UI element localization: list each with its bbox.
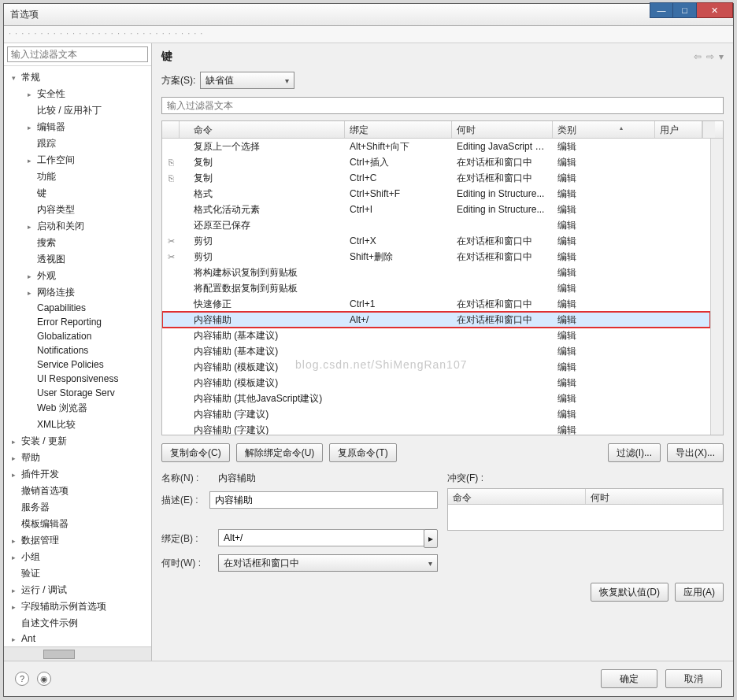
forward-icon[interactable]: ⇨ [706,51,714,62]
col-category[interactable]: 类别 [553,121,655,138]
tree-item[interactable]: 验证 [4,565,151,582]
tree-item[interactable]: ▸运行 / 调试 [4,582,151,598]
row-icon [162,224,180,226]
tree-item[interactable]: 搜索 [4,235,151,251]
tree-item[interactable]: ▸小组 [4,549,151,565]
table-row[interactable]: 快速修正Ctrl+1在对话框和窗口中编辑 [162,296,710,312]
tree-item[interactable]: Globalization [4,329,151,343]
close-button[interactable]: ✕ [697,2,733,18]
table-row[interactable]: 内容辅助 (字建议)编辑 [162,406,710,422]
table-filter-input[interactable] [161,97,724,114]
table-row[interactable]: 复原上一个选择Alt+Shift+向下Editing JavaScript S.… [162,139,710,154]
restore-defaults-button[interactable]: 恢复默认值(D) [591,583,668,602]
col-when[interactable]: 何时 [452,121,553,138]
tree-item[interactable]: ▸编辑器 [4,119,151,135]
tree-item[interactable]: ▸外观 [4,268,151,284]
tree-item[interactable]: 内容类型 [4,202,151,218]
tree-item[interactable]: ▾常规 [4,69,151,86]
tree-item[interactable]: 撤销首选项 [4,483,151,499]
tree-item[interactable]: UI Responsiveness [4,372,151,386]
tree-item[interactable]: Web 浏览器 [4,400,151,417]
category-tree[interactable]: ▾常规▸安全性比较 / 应用补丁▸编辑器跟踪▸工作空间功能键内容类型▸启动和关闭… [4,66,151,646]
minimize-button[interactable]: — [650,2,673,18]
restore-command-button[interactable]: 复原命令(T) [329,443,396,462]
table-row[interactable]: 将配置数据复制到剪贴板编辑 [162,280,710,296]
table-row[interactable]: 格式Ctrl+Shift+FEditing in Structure...编辑 [162,186,710,202]
record-icon[interactable]: ◉ [37,672,51,686]
col-binding[interactable]: 绑定 [345,121,452,138]
tree-item[interactable]: Error Reporting [4,315,151,329]
tree-item[interactable]: XML比较 [4,417,151,433]
menu-icon[interactable]: ▾ [719,51,724,62]
table-row[interactable]: 内容辅助 (字建议)编辑 [162,422,710,435]
conflict-col-when[interactable]: 何时 [586,489,724,504]
tree-item[interactable]: Service Policies [4,357,151,372]
menubar-blur: · · · · · · · · · · · · · · · · · · · · … [4,26,733,43]
col-command[interactable]: 命令 [180,121,345,138]
scheme-combo[interactable]: 缺省值 [200,72,294,89]
sidebar-filter-input[interactable] [7,46,148,62]
sidebar-hscroll[interactable] [4,646,151,661]
apply-button[interactable]: 应用(A) [675,583,724,602]
binding-dropdown-icon[interactable]: ▸ [424,529,438,548]
table-row[interactable]: ⎘复制Ctrl+插入在对话框和窗口中编辑 [162,154,710,170]
tree-item[interactable]: 功能 [4,169,151,185]
tree-item[interactable]: ▸启动和关闭 [4,218,151,235]
conflict-col-cmd[interactable]: 命令 [448,489,586,504]
preferences-window: 首选项 — □ ✕ · · · · · · · · · · · · · · · … [3,3,734,697]
tree-item[interactable]: 自述文件示例 [4,615,151,631]
table-row[interactable]: 内容辅助 (基本建议)编辑 [162,343,710,359]
maximize-button[interactable]: □ [673,2,697,18]
tree-item[interactable]: 跟踪 [4,135,151,152]
table-row[interactable]: 内容辅助 (模板建议)编辑 [162,359,710,375]
description-input[interactable] [209,491,438,509]
table-row[interactable]: 内容辅助Alt+/在对话框和窗口中编辑 [162,312,710,328]
when-label: 何时(W) : [161,557,212,570]
tree-item[interactable]: ▸数据管理 [4,532,151,549]
tree-item[interactable]: ▸字段辅助示例首选项 [4,598,151,615]
name-label: 名称(N) : [161,472,212,485]
tree-item[interactable]: User Storage Serv [4,386,151,400]
tree-item[interactable]: 键 [4,185,151,202]
copy-icon: ⎘ [162,157,180,168]
tree-item[interactable]: Capabilities [4,301,151,315]
tree-item[interactable]: 比较 / 应用补丁 [4,102,151,119]
row-icon [162,146,180,147]
binding-input[interactable] [218,529,424,546]
tree-item[interactable]: ▸安全性 [4,86,151,102]
tree-item[interactable]: ▸Ant [4,631,151,646]
titlebar[interactable]: 首选项 — □ ✕ [4,4,733,26]
unbind-command-button[interactable]: 解除绑定命令(U) [236,443,324,462]
back-icon[interactable]: ⇦ [694,51,702,62]
copy-command-button[interactable]: 复制命令(C) [161,443,230,462]
tree-item[interactable]: ▸帮助 [4,450,151,466]
table-row[interactable]: 将构建标识复制到剪贴板编辑 [162,265,710,280]
ok-button[interactable]: 确定 [601,669,657,688]
table-row[interactable]: 内容辅助 (基本建议)编辑 [162,328,710,343]
when-combo[interactable]: 在对话框和窗口中 [218,554,438,572]
table-row[interactable]: 内容辅助 (其他JavaScript建议)编辑 [162,391,710,406]
tree-item[interactable]: ▸安装 / 更新 [4,433,151,450]
table-row[interactable]: 还原至已保存编辑 [162,217,710,233]
conflict-table: 命令 何时 [447,488,724,531]
table-row[interactable]: ⎘复制Ctrl+C在对话框和窗口中编辑 [162,170,710,186]
table-header[interactable]: 命令 绑定 何时 类别 用户 [162,121,723,139]
cancel-button[interactable]: 取消 [665,669,722,688]
tree-item[interactable]: ▸工作空间 [4,152,151,169]
tree-item[interactable]: ▸插件开发 [4,466,151,483]
table-row[interactable]: 格式化活动元素Ctrl+IEditing in Structure...编辑 [162,202,710,217]
table-row[interactable]: ✂剪切Shift+删除在对话框和窗口中编辑 [162,249,710,265]
tree-item[interactable]: ▸网络连接 [4,284,151,301]
tree-item[interactable]: 服务器 [4,499,151,516]
filters-button[interactable]: 过滤(I)... [608,443,661,462]
tree-item[interactable]: 模板编辑器 [4,516,151,532]
export-button[interactable]: 导出(X)... [667,443,724,462]
row-icon [162,209,180,210]
table-vscroll[interactable] [710,139,723,435]
table-row[interactable]: 内容辅助 (模板建议)编辑 [162,375,710,391]
help-icon[interactable]: ? [15,672,29,686]
col-user[interactable]: 用户 [655,121,702,138]
tree-item[interactable]: Notifications [4,343,151,357]
tree-item[interactable]: 透视图 [4,251,151,268]
table-row[interactable]: ✂剪切Ctrl+X在对话框和窗口中编辑 [162,233,710,249]
